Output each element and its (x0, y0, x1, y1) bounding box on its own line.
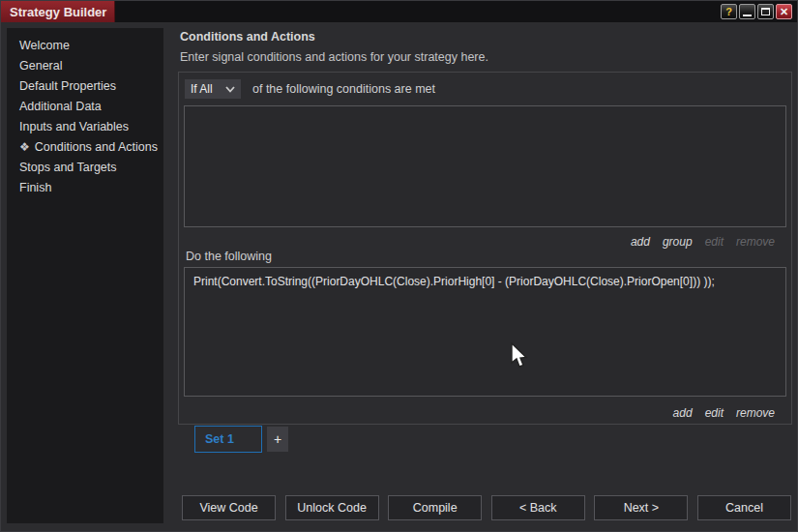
tab-set-1-label: Set 1 (205, 432, 234, 446)
sidebar-item-label: Default Properties (19, 79, 116, 93)
conditions-edit-link: edit (705, 235, 724, 249)
window-controls: ? ✕ (721, 4, 792, 19)
window-title: Strategy Builder (1, 1, 115, 22)
add-set-button[interactable]: + (267, 427, 288, 452)
chevron-down-icon (225, 86, 235, 93)
sidebar-item-label: Conditions and Actions (35, 140, 158, 154)
compile-button[interactable]: Compile (388, 495, 482, 520)
sidebar-item-label: General (19, 59, 62, 73)
minimize-icon (743, 15, 752, 16)
conditions-add-link[interactable]: add (631, 235, 650, 249)
close-icon: ✕ (780, 7, 788, 17)
cancel-button[interactable]: Cancel (697, 495, 791, 520)
actions-link-row: add edit remove (673, 406, 775, 420)
sidebar-item-conditions-and-actions[interactable]: ❖Conditions and Actions (7, 137, 163, 158)
current-step-diamond-icon: ❖ (19, 140, 30, 154)
actions-section-label: Do the following (186, 250, 272, 263)
next-button[interactable]: Next > (594, 495, 688, 520)
sidebar-item-additional-data[interactable]: Additional Data (7, 97, 163, 117)
title-bar: Strategy Builder ? ✕ (1, 1, 797, 22)
conditions-link-row: add group edit remove (631, 235, 775, 249)
plus-icon: + (274, 431, 281, 447)
help-icon: ? (725, 7, 732, 17)
actions-list[interactable]: Print(Convert.ToString((PriorDayOHLC(Clo… (184, 267, 786, 397)
condition-logic-caption: of the following conditions are met (252, 82, 435, 96)
sidebar-item-finish[interactable]: Finish (7, 178, 163, 198)
maximize-button[interactable] (757, 4, 774, 19)
condition-logic-dropdown[interactable]: If All (185, 79, 241, 99)
sidebar-item-label: Inputs and Variables (19, 120, 129, 133)
page-title: Conditions and Actions (180, 30, 315, 44)
sidebar-item-general[interactable]: General (7, 56, 163, 76)
tab-set-1[interactable]: Set 1 (194, 426, 262, 453)
conditions-group-link[interactable]: group (663, 235, 693, 249)
actions-add-link[interactable]: add (673, 406, 693, 420)
sidebar-item-label: Welcome (19, 39, 70, 52)
close-button[interactable]: ✕ (776, 4, 792, 19)
sidebar-item-label: Stops and Targets (19, 161, 117, 174)
sidebar-item-stops-and-targets[interactable]: Stops and Targets (7, 158, 163, 178)
action-list-item[interactable]: Print(Convert.ToString((PriorDayOHLC(Clo… (185, 268, 785, 295)
sidebar-item-label: Finish (19, 181, 51, 194)
help-button[interactable]: ? (721, 4, 737, 19)
sidebar-item-default-properties[interactable]: Default Properties (7, 76, 163, 97)
footer-button-bar: View Code Unlock Code Compile < Back Nex… (182, 495, 791, 520)
sidebar-item-label: Additional Data (19, 100, 102, 113)
view-code-button[interactable]: View Code (182, 495, 276, 520)
back-button[interactable]: < Back (491, 495, 585, 520)
sidebar-item-inputs-and-variables[interactable]: Inputs and Variables (7, 117, 163, 137)
sidebar-item-welcome[interactable]: Welcome (7, 36, 163, 56)
conditions-actions-panel: If All of the following conditions are m… (178, 72, 792, 425)
conditions-remove-link: remove (736, 235, 775, 249)
wizard-steps-sidebar: Welcome General Default Properties Addit… (7, 28, 163, 523)
maximize-icon (761, 8, 770, 15)
actions-remove-link[interactable]: remove (736, 406, 775, 420)
page-description: Enter signal conditions and actions for … (180, 50, 488, 64)
conditions-list[interactable] (184, 105, 786, 227)
minimize-button[interactable] (739, 4, 755, 19)
condition-logic-value: If All (191, 82, 225, 96)
unlock-code-button[interactable]: Unlock Code (285, 495, 379, 520)
strategy-builder-window: Strategy Builder ? ✕ Welcome General Def… (0, 0, 798, 532)
actions-edit-link[interactable]: edit (705, 406, 724, 420)
